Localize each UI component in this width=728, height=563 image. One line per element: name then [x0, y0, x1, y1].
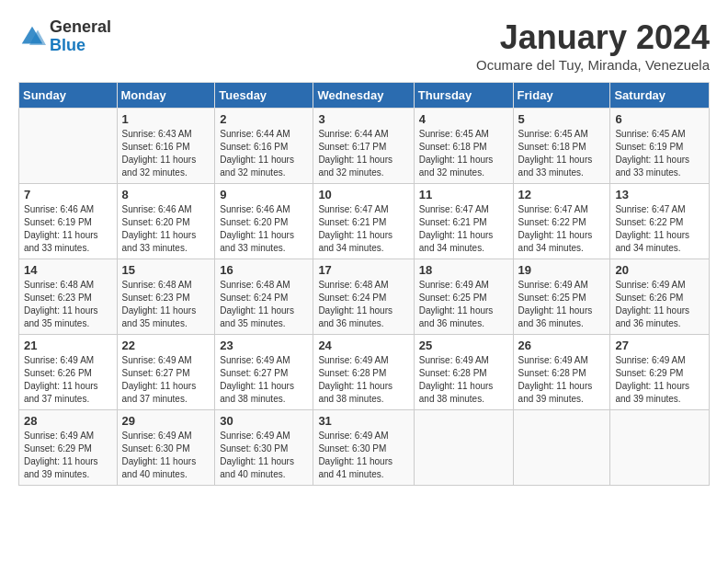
day-number: 22 [122, 339, 210, 352]
day-number: 28 [24, 414, 112, 428]
day-info: Sunrise: 6:49 AMSunset: 6:26 PMDaylight:… [615, 279, 704, 330]
calendar-week-5: 28 Sunrise: 6:49 AMSunset: 6:29 PMDaylig… [19, 410, 710, 486]
day-number: 4 [419, 112, 508, 126]
calendar-cell: 21 Sunrise: 6:49 AMSunset: 6:26 PMDaylig… [19, 335, 118, 410]
calendar-cell: 22 Sunrise: 6:49 AMSunset: 6:27 PMDaylig… [117, 335, 215, 410]
calendar-cell [19, 109, 118, 184]
day-info: Sunrise: 6:46 AMSunset: 6:19 PMDaylight:… [24, 203, 112, 255]
header-tuesday: Tuesday [215, 83, 313, 109]
day-number: 8 [122, 188, 210, 201]
calendar-cell [513, 410, 610, 486]
day-number: 15 [122, 263, 210, 277]
calendar-cell: 12 Sunrise: 6:47 AMSunset: 6:22 PMDaylig… [513, 184, 610, 259]
day-info: Sunrise: 6:49 AMSunset: 6:28 PMDaylight:… [419, 354, 508, 406]
logo-text: General Blue [50, 18, 111, 55]
day-number: 14 [24, 263, 112, 277]
day-number: 29 [122, 414, 210, 428]
day-number: 23 [220, 339, 308, 352]
calendar-cell [414, 410, 513, 486]
header-sunday: Sunday [19, 83, 118, 109]
day-info: Sunrise: 6:49 AMSunset: 6:29 PMDaylight:… [24, 430, 112, 481]
day-number: 24 [318, 339, 408, 352]
day-info: Sunrise: 6:47 AMSunset: 6:21 PMDaylight:… [419, 203, 508, 255]
calendar-cell: 24 Sunrise: 6:49 AMSunset: 6:28 PMDaylig… [313, 335, 414, 410]
calendar-cell: 10 Sunrise: 6:47 AMSunset: 6:21 PMDaylig… [313, 184, 414, 259]
header-monday: Monday [117, 83, 215, 109]
header-friday: Friday [513, 83, 610, 109]
day-info: Sunrise: 6:49 AMSunset: 6:30 PMDaylight:… [318, 430, 408, 481]
day-info: Sunrise: 6:49 AMSunset: 6:27 PMDaylight:… [220, 354, 308, 406]
calendar-cell: 18 Sunrise: 6:49 AMSunset: 6:25 PMDaylig… [414, 259, 513, 335]
calendar-cell: 17 Sunrise: 6:48 AMSunset: 6:24 PMDaylig… [313, 259, 414, 335]
day-info: Sunrise: 6:48 AMSunset: 6:23 PMDaylight:… [24, 279, 112, 330]
day-info: Sunrise: 6:48 AMSunset: 6:23 PMDaylight:… [122, 279, 210, 330]
calendar-cell: 30 Sunrise: 6:49 AMSunset: 6:30 PMDaylig… [215, 410, 313, 486]
day-number: 17 [318, 263, 408, 277]
day-info: Sunrise: 6:49 AMSunset: 6:27 PMDaylight:… [122, 354, 210, 406]
day-number: 11 [419, 188, 508, 201]
logo-icon [18, 23, 46, 51]
day-number: 26 [518, 339, 606, 352]
day-info: Sunrise: 6:44 AMSunset: 6:17 PMDaylight:… [318, 128, 408, 179]
header-thursday: Thursday [414, 83, 513, 109]
day-number: 31 [318, 414, 408, 428]
day-info: Sunrise: 6:45 AMSunset: 6:19 PMDaylight:… [615, 128, 704, 179]
calendar-week-4: 21 Sunrise: 6:49 AMSunset: 6:26 PMDaylig… [19, 335, 710, 410]
day-number: 30 [220, 414, 308, 428]
day-number: 21 [24, 339, 112, 352]
month-title: January 2024 [476, 18, 710, 57]
day-number: 9 [220, 188, 308, 201]
calendar-cell: 23 Sunrise: 6:49 AMSunset: 6:27 PMDaylig… [215, 335, 313, 410]
day-number: 18 [419, 263, 508, 277]
day-number: 1 [122, 112, 210, 126]
calendar-cell: 14 Sunrise: 6:48 AMSunset: 6:23 PMDaylig… [19, 259, 118, 335]
header-saturday: Saturday [610, 83, 710, 109]
day-info: Sunrise: 6:46 AMSunset: 6:20 PMDaylight:… [220, 203, 308, 255]
title-block: January 2024 Ocumare del Tuy, Miranda, V… [476, 18, 710, 73]
calendar-cell: 25 Sunrise: 6:49 AMSunset: 6:28 PMDaylig… [414, 335, 513, 410]
day-number: 7 [24, 188, 112, 201]
calendar-header: Sunday Monday Tuesday Wednesday Thursday… [19, 83, 710, 109]
day-info: Sunrise: 6:49 AMSunset: 6:29 PMDaylight:… [615, 354, 704, 406]
day-number: 2 [220, 112, 308, 126]
day-number: 12 [518, 188, 606, 201]
day-info: Sunrise: 6:43 AMSunset: 6:16 PMDaylight:… [122, 128, 210, 179]
day-number: 27 [615, 339, 704, 352]
day-info: Sunrise: 6:49 AMSunset: 6:25 PMDaylight:… [518, 279, 606, 330]
day-info: Sunrise: 6:46 AMSunset: 6:20 PMDaylight:… [122, 203, 210, 255]
day-number: 20 [615, 263, 704, 277]
day-info: Sunrise: 6:49 AMSunset: 6:30 PMDaylight:… [220, 430, 308, 481]
day-info: Sunrise: 6:47 AMSunset: 6:22 PMDaylight:… [615, 203, 704, 255]
day-number: 25 [419, 339, 508, 352]
calendar-cell: 6 Sunrise: 6:45 AMSunset: 6:19 PMDayligh… [610, 109, 710, 184]
calendar-cell: 31 Sunrise: 6:49 AMSunset: 6:30 PMDaylig… [313, 410, 414, 486]
calendar-week-1: 1 Sunrise: 6:43 AMSunset: 6:16 PMDayligh… [19, 109, 710, 184]
header-wednesday: Wednesday [313, 83, 414, 109]
calendar-cell: 3 Sunrise: 6:44 AMSunset: 6:17 PMDayligh… [313, 109, 414, 184]
day-info: Sunrise: 6:45 AMSunset: 6:18 PMDaylight:… [419, 128, 508, 179]
day-number: 13 [615, 188, 704, 201]
calendar-cell: 9 Sunrise: 6:46 AMSunset: 6:20 PMDayligh… [215, 184, 313, 259]
calendar-cell: 1 Sunrise: 6:43 AMSunset: 6:16 PMDayligh… [117, 109, 215, 184]
calendar-week-3: 14 Sunrise: 6:48 AMSunset: 6:23 PMDaylig… [19, 259, 710, 335]
day-info: Sunrise: 6:49 AMSunset: 6:25 PMDaylight:… [419, 279, 508, 330]
day-info: Sunrise: 6:45 AMSunset: 6:18 PMDaylight:… [518, 128, 606, 179]
calendar-cell: 27 Sunrise: 6:49 AMSunset: 6:29 PMDaylig… [610, 335, 710, 410]
day-info: Sunrise: 6:48 AMSunset: 6:24 PMDaylight:… [318, 279, 408, 330]
day-info: Sunrise: 6:44 AMSunset: 6:16 PMDaylight:… [220, 128, 308, 179]
day-info: Sunrise: 6:49 AMSunset: 6:30 PMDaylight:… [122, 430, 210, 481]
day-info: Sunrise: 6:48 AMSunset: 6:24 PMDaylight:… [220, 279, 308, 330]
calendar-cell: 16 Sunrise: 6:48 AMSunset: 6:24 PMDaylig… [215, 259, 313, 335]
calendar-cell: 15 Sunrise: 6:48 AMSunset: 6:23 PMDaylig… [117, 259, 215, 335]
location-subtitle: Ocumare del Tuy, Miranda, Venezuela [476, 57, 710, 73]
calendar-cell: 13 Sunrise: 6:47 AMSunset: 6:22 PMDaylig… [610, 184, 710, 259]
day-info: Sunrise: 6:49 AMSunset: 6:28 PMDaylight:… [318, 354, 408, 406]
calendar-cell: 26 Sunrise: 6:49 AMSunset: 6:28 PMDaylig… [513, 335, 610, 410]
day-info: Sunrise: 6:49 AMSunset: 6:28 PMDaylight:… [518, 354, 606, 406]
header-row: Sunday Monday Tuesday Wednesday Thursday… [19, 83, 710, 109]
day-number: 5 [518, 112, 606, 126]
calendar-cell: 7 Sunrise: 6:46 AMSunset: 6:19 PMDayligh… [19, 184, 118, 259]
calendar-cell: 11 Sunrise: 6:47 AMSunset: 6:21 PMDaylig… [414, 184, 513, 259]
calendar-week-2: 7 Sunrise: 6:46 AMSunset: 6:19 PMDayligh… [19, 184, 710, 259]
logo-general: General [50, 18, 111, 37]
